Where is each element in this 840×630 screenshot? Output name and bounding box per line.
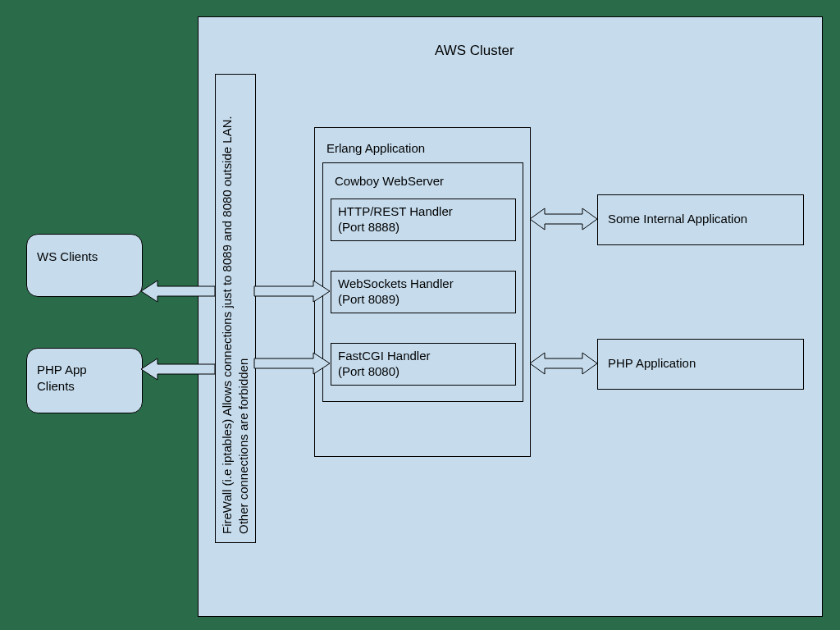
arrow-firewall-to-ws [141, 279, 215, 304]
diagram-canvas: AWS Cluster FireWall (i.e iptables) Allo… [0, 0, 840, 630]
svg-marker-3 [254, 353, 330, 374]
fastcgi-handler-box: FastCGI Handler (Port 8080) [331, 343, 516, 386]
arrow-fastcgi-to-php-app [530, 351, 597, 376]
erlang-app-title: Erlang Application [326, 141, 425, 155]
arrow-firewall-to-fastcgi-handler [254, 351, 330, 376]
internal-app-box: Some Internal Application [597, 194, 804, 245]
cowboy-title: Cowboy WebServer [335, 174, 444, 188]
php-clients-label: PHP App Clients [37, 362, 127, 394]
php-app-label: PHP Application [608, 356, 696, 370]
firewall-text: FireWall (i.e iptables) Allows connectio… [219, 83, 252, 534]
arrow-firewall-to-ws-handler [254, 279, 330, 304]
php-app-box: PHP Application [597, 339, 804, 390]
ws-handler-box: WebSockets Handler (Port 8089) [331, 271, 516, 313]
arrow-firewall-to-php-client [141, 357, 215, 381]
internal-app-label: Some Internal Application [608, 212, 747, 226]
arrow-http-to-internal [530, 207, 597, 231]
firewall-box: FireWall (i.e iptables) Allows connectio… [215, 74, 256, 543]
ws-clients-label: WS Clients [37, 249, 98, 263]
ws-handler-port: (Port 8089) [338, 292, 509, 308]
http-handler-box: HTTP/REST Handler (Port 8888) [331, 199, 516, 241]
svg-marker-4 [530, 208, 597, 230]
aws-cluster-title: AWS Cluster [435, 43, 514, 59]
svg-marker-5 [530, 353, 597, 374]
ws-handler-name: WebSockets Handler [338, 276, 509, 292]
fastcgi-handler-port: (Port 8080) [338, 364, 509, 380]
http-handler-name: HTTP/REST Handler [338, 204, 509, 220]
svg-marker-1 [141, 358, 215, 380]
fastcgi-handler-name: FastCGI Handler [338, 349, 509, 364]
svg-marker-0 [141, 281, 215, 302]
ws-clients-box: WS Clients [26, 234, 143, 297]
http-handler-port: (Port 8888) [338, 220, 509, 235]
svg-marker-2 [254, 281, 330, 302]
php-clients-box: PHP App Clients [26, 348, 143, 413]
